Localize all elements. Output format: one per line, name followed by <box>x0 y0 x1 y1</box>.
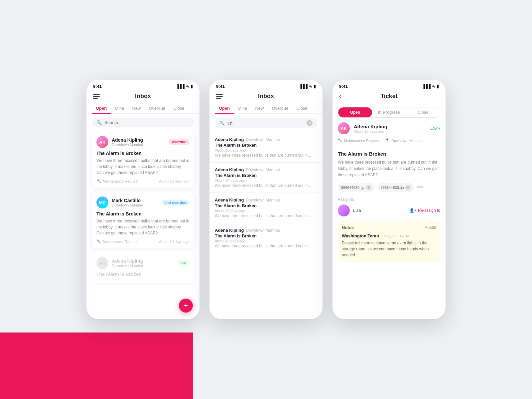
ticket-type-1: 🔧 Maintenance Request <box>96 179 138 183</box>
status-bar-2: 9:41 ▐▐▐ ∿ ▮ <box>209 80 323 91</box>
result-title-1: The Alarm is Broken <box>215 143 317 148</box>
ticket-card-2[interactable]: MC Mark Castillo Downtown Mumbai not ove… <box>92 192 194 248</box>
assignee-avatar <box>338 204 350 216</box>
result-title-4: The Alarm is Broken <box>215 233 317 238</box>
result-loc-4: Downtown Mumbai <box>246 228 280 233</box>
ticket-body-1: We have three recessed bulbs that are bu… <box>96 158 190 176</box>
status-bar-3: 9:41 ▐▐▐ ∿ ▮ <box>332 80 446 91</box>
note-author-row: Washington Teran Today at 5:42PM <box>342 233 436 238</box>
result-title-2: The Alarm is Broken <box>215 173 317 178</box>
inbox-title-1: Inbox <box>135 93 151 100</box>
menu-button-2[interactable] <box>216 94 223 99</box>
avatar-initials-detail: AK <box>338 122 350 134</box>
attachment-close-1[interactable]: ✕ <box>366 185 371 190</box>
result-body-3: We have three recessed bulbs that are bu… <box>215 213 317 218</box>
ticket-footer-2: 🔧 Maintenance Request About 10 days ago <box>96 239 190 244</box>
attachment-1[interactable]: 596644830..jp ✕ <box>338 183 375 192</box>
ticket-type-2: 🔧 Maintenance Request <box>96 239 138 244</box>
user-location-3: Downtown Mumbai <box>112 264 143 268</box>
wrench-icon-1: 🔧 <box>96 179 101 183</box>
search-input-2[interactable] <box>227 121 304 126</box>
tab-overdue-2[interactable]: Overdue <box>268 103 292 113</box>
tab-mine-1[interactable]: Mine <box>111 103 128 113</box>
add-note-button[interactable]: ✏ Add <box>425 225 436 230</box>
result-name-1: Adena Kipling <box>215 137 244 142</box>
assignee-name: Lisa <box>353 208 361 213</box>
search-icon-1: 🔍 <box>96 120 102 125</box>
ticket-card-3[interactable]: AK Adena Kipling Downtown Mumbai out The… <box>92 252 194 283</box>
tab-new-1[interactable]: New <box>128 103 145 113</box>
badge-overdue-1: overdue <box>169 139 190 145</box>
result-item-3[interactable]: Adena Kipling Downtown Mumbai The Alarm … <box>209 193 323 223</box>
tab-open-1[interactable]: Open <box>92 103 111 113</box>
avatar-adena-detail: AK <box>338 122 350 134</box>
result-item-4[interactable]: Adena Kipling Downtown Mumbai The Alarm … <box>209 223 323 253</box>
status-close-btn[interactable]: Close <box>406 107 440 117</box>
tab-close-1[interactable]: Close <box>169 103 188 113</box>
status-open-btn[interactable]: Open <box>338 107 372 117</box>
tab-open-2[interactable]: Open <box>215 103 234 113</box>
tab-overdue-1[interactable]: Overdue <box>145 103 169 113</box>
status-time-3: 9:41 <box>339 84 348 89</box>
menu-button-1[interactable] <box>93 94 100 99</box>
avatar-initials-3: AK <box>96 257 108 269</box>
result-loc-3: Downtown Mumbai <box>246 198 280 202</box>
result-item-1[interactable]: Adena Kipling Downtown Mumbai The Alarm … <box>209 132 323 163</box>
ticket-detail: Open In Progress Close AK Adena Kipling … <box>332 103 446 319</box>
assign-row: Lisa 👤+ Re-assign to <box>338 204 440 216</box>
ticket-title-2: The Alarm is Broken <box>96 211 190 216</box>
ticket-card-1[interactable]: AK Adena Kipling Downtown Mumbai overdue… <box>92 131 194 188</box>
status-time-2: 9:41 <box>216 84 225 89</box>
status-inprogress-btn[interactable]: In Progress <box>372 107 406 117</box>
reassign-label: Re-assign to <box>418 208 440 213</box>
user-name-1: Adena Kipling <box>112 137 143 143</box>
wifi-icon-2: ∿ <box>309 84 312 89</box>
avatar-adena-2: AK <box>96 257 108 269</box>
search-clear-button[interactable]: ✕ <box>307 120 313 126</box>
phone-1: 9:41 ▐▐▐ ∿ ▮ Inbox Open Mine New Overdue… <box>86 80 200 319</box>
result-item-2[interactable]: Adena Kipling Downtown Mumbai The Alarm … <box>209 163 323 193</box>
attachment-more[interactable]: ••• <box>417 184 423 191</box>
tab-new-2[interactable]: New <box>251 103 268 113</box>
assign-label: Assign to <box>338 197 440 202</box>
user-location-2: Downtown Mumbai <box>112 203 143 207</box>
signal-icon: ▐▐▐ <box>176 84 185 89</box>
reassign-icon: 👤+ <box>409 208 417 213</box>
inbox-title-2: Inbox <box>258 93 274 100</box>
chevron-down-icon: ▾ <box>438 126 440 131</box>
fab-button-1[interactable]: + <box>179 299 193 313</box>
user-info-1: Adena Kipling Downtown Mumbai <box>112 137 143 147</box>
result-loc-1: Downtown Mumbai <box>246 137 280 142</box>
tabs-2: Open Mine New Overdue Close <box>209 103 323 114</box>
result-time-2: About 10 days ago <box>215 179 317 183</box>
priority-dropdown[interactable]: Low ▾ <box>430 126 440 131</box>
result-user-row-3: Adena Kipling Downtown Mumbai <box>215 198 317 202</box>
attachment-2[interactable]: 596644830..jp ✕ <box>377 183 414 192</box>
tab-close-2[interactable]: Close <box>292 103 311 113</box>
header-2: Inbox <box>209 91 323 103</box>
ticket-user-2: MC Mark Castillo Downtown Mumbai <box>96 197 143 208</box>
pin-icon: 📍 <box>385 138 390 143</box>
avatar-initials-2: MC <box>96 197 108 208</box>
battery-icon: ▮ <box>191 84 193 89</box>
reassign-button[interactable]: 👤+ Re-assign to <box>409 208 440 213</box>
tab-mine-2[interactable]: Mine <box>234 103 251 113</box>
wifi-icon: ∿ <box>186 84 189 89</box>
phone-2-wrapper: 9:41 ▐▐▐ ∿ ▮ Inbox Open Mine New Overdue… <box>209 80 323 319</box>
signal-icon-2: ▐▐▐ <box>299 84 308 89</box>
search-input-1[interactable] <box>104 120 190 125</box>
priority-label: Low <box>430 126 438 131</box>
add-note-label: Add <box>429 225 436 230</box>
badge-not-overdue-1: not overdue <box>162 200 190 205</box>
battery-icon-3: ▮ <box>437 84 439 89</box>
status-icons-1: ▐▐▐ ∿ ▮ <box>176 84 193 89</box>
ticket-title-1: The Alarm is Broken <box>96 151 190 156</box>
ticket-header-2: MC Mark Castillo Downtown Mumbai not ove… <box>96 197 190 208</box>
user-name-3: Adena Kipling <box>112 258 143 264</box>
note-body: Please tell them to leave some extra lig… <box>342 240 436 258</box>
assignee-info: Lisa <box>353 208 361 213</box>
back-button[interactable]: ‹ <box>339 93 341 100</box>
signal-icon-3: ▐▐▐ <box>422 84 431 89</box>
attachment-close-2[interactable]: ✕ <box>405 185 411 190</box>
phone-3: 9:41 ▐▐▐ ∿ ▮ ‹ Ticket Open In Progress C… <box>332 80 446 319</box>
